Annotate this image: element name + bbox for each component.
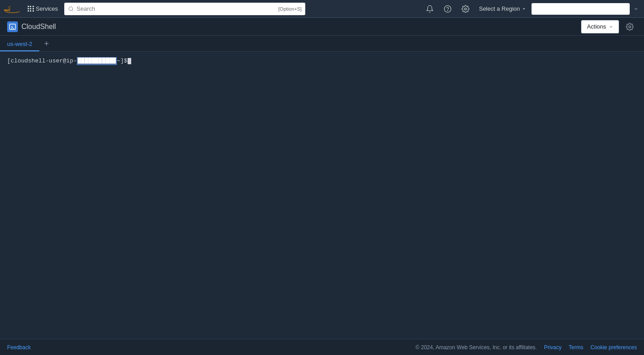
services-label: Services (36, 5, 58, 12)
svg-text:aws: aws (4, 8, 10, 12)
top-search-input[interactable] (532, 3, 630, 15)
terminal-line: [cloudshell-user@ip-███████████ ~]$ (7, 57, 637, 65)
help-icon (444, 5, 452, 13)
footer-copyright-section: © 2024, Amazon Web Services, Inc. or its… (415, 344, 637, 351)
settings-button[interactable] (457, 2, 474, 16)
aws-logo[interactable]: aws (4, 2, 21, 16)
cloudshell-title: CloudShell (21, 23, 56, 31)
feedback-link[interactable]: Feedback (7, 344, 31, 351)
terminal-ip-highlight: ███████████ (77, 57, 117, 65)
terminal-icon (9, 23, 16, 30)
search-input[interactable] (77, 5, 276, 12)
cloudshell-header: CloudShell Actions (0, 18, 644, 36)
region-selector[interactable]: Select a Region (475, 4, 530, 14)
terms-link[interactable]: Terms (569, 344, 583, 351)
copyright-text: © 2024, Amazon Web Services, Inc. or its… (415, 344, 537, 351)
cloudshell-gear-icon (626, 23, 634, 31)
add-tab-button[interactable]: + (39, 37, 54, 51)
top-nav-bar: aws .aws-logo-text { font-family: 'Amazo… (0, 0, 644, 18)
grid-icon (28, 6, 34, 12)
notifications-button[interactable] (422, 2, 438, 16)
cloudshell-logo: CloudShell (7, 21, 56, 32)
cloudshell-settings-button[interactable] (623, 20, 637, 34)
bell-icon (426, 5, 434, 13)
dropdown-arrow-icon[interactable] (632, 2, 640, 16)
tabs-bar: us-west-2 + (0, 36, 644, 52)
footer: Feedback © 2024, Amazon Web Services, In… (0, 339, 644, 355)
chevron-down-icon (522, 7, 526, 11)
terminal-prompt-prefix: [cloudshell-user@ip- (7, 57, 77, 65)
gear-icon (461, 5, 469, 13)
cloudshell-icon (7, 21, 18, 32)
svg-point-3 (448, 10, 448, 11)
actions-chevron-icon (609, 25, 613, 29)
caret-down-icon (633, 6, 639, 12)
tab-label: us-west-2 (7, 41, 32, 47)
search-bar: [Option+S] (64, 3, 305, 15)
add-tab-icon: + (44, 39, 49, 49)
svg-point-2 (445, 5, 451, 12)
terminal-area[interactable]: [cloudshell-user@ip-███████████ ~]$ (0, 52, 644, 339)
privacy-link[interactable]: Privacy (544, 344, 561, 351)
search-shortcut: [Option+S] (278, 6, 302, 12)
svg-rect-5 (9, 24, 15, 29)
terminal-cursor (128, 58, 131, 64)
tab-us-west-2[interactable]: us-west-2 (0, 37, 39, 51)
region-label: Select a Region (479, 5, 520, 12)
help-button[interactable] (440, 2, 456, 16)
terminal-prompt-suffix: ~]$ (117, 57, 127, 65)
svg-point-7 (629, 25, 631, 28)
services-button[interactable]: Services (25, 4, 61, 14)
search-icon (68, 6, 74, 12)
actions-label: Actions (587, 23, 606, 30)
cookie-preferences-link[interactable]: Cookie preferences (590, 344, 637, 351)
actions-button[interactable]: Actions (581, 20, 619, 33)
nav-icons: Select a Region (422, 2, 640, 16)
svg-point-4 (465, 8, 467, 10)
svg-point-1 (69, 7, 72, 10)
